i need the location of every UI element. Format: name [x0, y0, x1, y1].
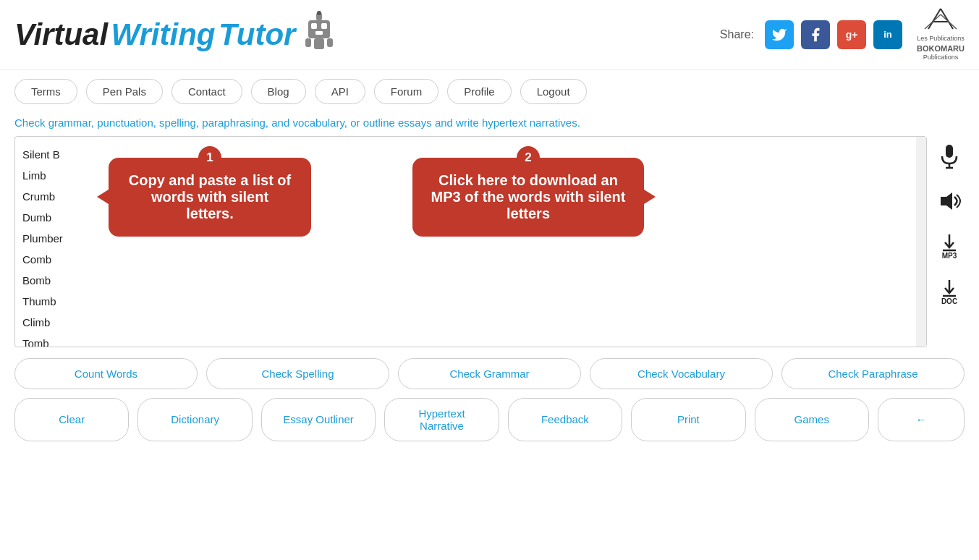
facebook-button[interactable]: [801, 20, 830, 49]
tooltip-2: 2 Click here to download an MP3 of the w…: [412, 158, 644, 237]
logo-virtual: Virtual: [14, 17, 108, 52]
word-item: Bomb: [22, 270, 919, 291]
action-btn-check-spelling[interactable]: Check Spelling: [206, 358, 389, 389]
logo-tutor: Tutor: [219, 17, 296, 52]
action-btn-check-grammar[interactable]: Check Grammar: [398, 358, 581, 389]
mic-button[interactable]: [939, 143, 959, 169]
bottom-buttons: Count WordsCheck SpellingCheck GrammarCh…: [0, 347, 979, 452]
button-row-2: ClearDictionaryEssay OutlinerHypertext N…: [14, 398, 965, 441]
svg-rect-2: [321, 23, 327, 29]
action-btn-hypertext-narrative[interactable]: Hypertext Narrative: [384, 398, 499, 441]
svg-rect-4: [314, 38, 324, 49]
tooltip-1-number: 1: [198, 146, 221, 169]
action-btn-check-vocabulary[interactable]: Check Vocabulary: [590, 358, 773, 389]
bokomaru-text: Les Publications BOKOMARU Publications: [917, 35, 965, 62]
google-button[interactable]: g+: [837, 20, 866, 49]
action-btn-check-paraphrase[interactable]: Check Paraphrase: [781, 358, 965, 389]
robot-icon: [301, 9, 337, 59]
doc-download-button[interactable]: DOC: [941, 279, 957, 305]
logo-writing: Writing: [111, 17, 216, 52]
content-wrapper: Silent BLimbCrumbDumbPlumberCombBombThum…: [14, 136, 927, 347]
svg-point-8: [317, 11, 321, 15]
mp3-label: MP3: [942, 252, 957, 260]
action-btn-games[interactable]: Games: [755, 398, 869, 441]
nav-item-terms[interactable]: Terms: [14, 79, 77, 104]
tooltip-1-arrow: [97, 190, 109, 204]
svg-rect-5: [305, 38, 311, 47]
header: Virtual Writing Tutor Share: g+ in: [0, 0, 979, 70]
twitter-button[interactable]: [765, 20, 794, 49]
header-right: Share: g+ in Les Publications BOKOMARU P…: [720, 7, 965, 62]
linkedin-button[interactable]: in: [873, 20, 902, 49]
bokomaru-logo[interactable]: Les Publications BOKOMARU Publications: [917, 7, 965, 62]
right-icons-panel: MP3 DOC: [934, 136, 965, 347]
button-row-1: Count WordsCheck SpellingCheck GrammarCh…: [14, 358, 965, 389]
action-btn-print[interactable]: Print: [631, 398, 745, 441]
svg-rect-14: [946, 145, 953, 158]
word-item: Comb: [22, 249, 919, 270]
svg-rect-0: [308, 20, 330, 38]
tooltip-2-arrow: [644, 190, 656, 204]
mp3-download-button[interactable]: MP3: [941, 233, 957, 260]
nav-item-blog[interactable]: Blog: [251, 79, 306, 104]
doc-label: DOC: [941, 297, 957, 305]
svg-line-9: [928, 9, 941, 29]
nav-item-api[interactable]: API: [315, 79, 365, 104]
tooltip-2-wrapper: 2 Click here to download an MP3 of the w…: [412, 158, 644, 237]
action-btn-count-words[interactable]: Count Words: [14, 358, 198, 389]
action-btn-feedback[interactable]: Feedback: [508, 398, 622, 441]
tooltip-2-text: Click here to download an MP3 of the wor…: [431, 172, 626, 221]
svg-rect-3: [315, 31, 323, 35]
word-item: Thumb: [22, 291, 919, 312]
tooltip-2-number: 2: [517, 146, 540, 169]
nav-item-pen-pals[interactable]: Pen Pals: [86, 79, 163, 104]
tooltip-1-wrapper: 1 Copy and paste a list of words with si…: [109, 158, 311, 237]
tooltip-1-text: Copy and paste a list of words with sile…: [129, 172, 291, 221]
word-item: Tomb: [22, 333, 919, 347]
action-btn-dictionary[interactable]: Dictionary: [137, 398, 252, 441]
nav-item-logout[interactable]: Logout: [520, 79, 587, 104]
nav-item-forum[interactable]: Forum: [374, 79, 438, 104]
action-btn-←[interactable]: ←: [878, 398, 965, 441]
svg-rect-6: [327, 38, 333, 47]
action-btn-clear[interactable]: Clear: [14, 398, 129, 441]
nav-item-profile[interactable]: Profile: [447, 79, 512, 104]
svg-line-10: [941, 9, 953, 29]
scrollbar[interactable]: [916, 137, 926, 347]
sound-button[interactable]: [938, 191, 961, 211]
nav-bar: TermsPen PalsContactBlogAPIForumProfileL…: [0, 70, 979, 113]
word-item: Climb: [22, 312, 919, 333]
logo: Virtual Writing Tutor: [14, 9, 337, 59]
svg-rect-1: [311, 23, 317, 29]
nav-item-contact[interactable]: Contact: [171, 79, 242, 104]
tooltip-1: 1 Copy and paste a list of words with si…: [109, 158, 311, 237]
main-content: Silent BLimbCrumbDumbPlumberCombBombThum…: [0, 136, 979, 347]
action-btn-essay-outliner[interactable]: Essay Outliner: [261, 398, 376, 441]
share-label: Share:: [720, 28, 754, 41]
svg-marker-17: [941, 192, 952, 210]
subtitle: Check grammar, punctuation, spelling, pa…: [0, 113, 979, 136]
